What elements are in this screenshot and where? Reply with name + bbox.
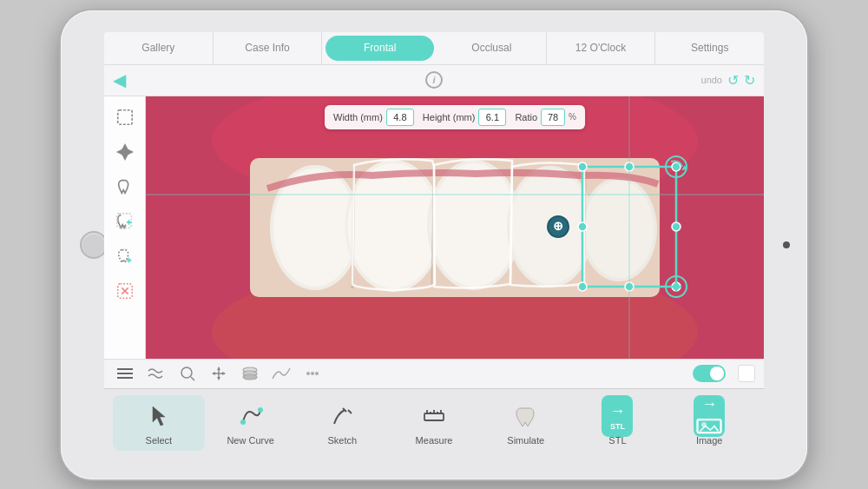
ratio-label: Ratio [515,112,537,122]
svg-point-21 [348,163,438,288]
image-label: Image [696,435,723,446]
sketch-label: Sketch [327,435,357,446]
simulate-icon [510,400,542,432]
content-area: ⊕ Width (mm) [104,96,764,359]
screen: Gallery Case Info Frontal Occlusal 12 O'… [104,32,764,458]
camera-dot [783,241,790,248]
svg-rect-69 [424,413,444,420]
svg-point-23 [431,163,517,287]
image-tool[interactable]: → Image [663,395,755,451]
layer-icon[interactable] [238,361,262,386]
add-tooth-button[interactable] [109,206,141,237]
add-selection-button[interactable] [109,241,141,272]
measurement-bar: Width (mm) Height (mm) Ratio % [325,105,585,129]
menu-icon[interactable] [113,361,137,386]
svg-marker-4 [127,149,132,155]
svg-point-53 [181,367,192,378]
svg-point-63 [243,374,257,380]
wind-icon[interactable] [144,361,168,386]
stl-tool[interactable]: → STL STL [572,395,664,451]
ipad-frame: Gallery Case Info Frontal Occlusal 12 O'… [61,10,807,479]
move-tool-button[interactable] [109,136,141,168]
tab-settings[interactable]: Settings [655,32,764,64]
width-input[interactable] [386,109,414,126]
select-tool[interactable]: Select [113,395,205,451]
height-field: Height (mm) [423,109,507,126]
svg-point-27 [584,181,654,278]
measure-icon [418,400,450,432]
tab-case-info[interactable]: Case Info [214,32,323,64]
dots-icon[interactable] [300,361,325,386]
svg-line-54 [191,377,194,380]
tab-bar: Gallery Case Info Frontal Occlusal 12 O'… [104,32,764,65]
ratio-input[interactable] [541,109,565,126]
selection-tool-button[interactable] [109,102,141,133]
svg-point-66 [315,372,319,375]
svg-point-64 [306,372,310,375]
height-input[interactable] [478,109,506,126]
svg-marker-60 [222,372,226,375]
pan-icon[interactable] [207,361,231,386]
back-button[interactable]: ◀ [113,69,126,90]
tab-gallery[interactable]: Gallery [104,32,214,64]
photo-background: ⊕ [146,96,764,359]
info-button[interactable]: i [425,71,443,89]
sketch-icon [326,400,358,432]
width-label: Width (mm) [333,112,383,122]
left-sidebar [104,96,146,359]
pct-sign: % [569,112,576,122]
svg-marker-3 [117,149,122,155]
undo-label: undo [701,75,722,85]
tab-occlusal[interactable]: Occlusal [437,32,547,64]
bottom-toolbar: Select New Curve [104,388,764,458]
simulate-label: Simulate [507,435,544,446]
zoom-icon[interactable] [175,361,200,386]
svg-point-5 [123,150,127,154]
sketch-tool[interactable]: Sketch [296,395,388,451]
select-label: Select [146,435,173,446]
photo-area[interactable]: ⊕ Width (mm) [146,96,764,359]
sub-toolbar [104,359,764,388]
stl-icon: → STL [602,400,633,432]
toggle-knob [710,367,724,380]
svg-point-65 [311,372,314,375]
color-swatch[interactable] [738,365,755,382]
tab-frontal[interactable]: Frontal [326,36,434,61]
ratio-field: Ratio % [515,109,576,126]
svg-marker-59 [212,372,215,375]
image-icon: → [694,400,725,432]
measure-label: Measure [416,435,453,446]
toolbar-row: ◀ i undo ↺ ↻ [104,65,764,96]
new-curve-icon [235,400,266,432]
toolbar-right: undo ↺ ↻ [701,72,755,89]
svg-rect-0 [117,109,132,124]
measure-tool[interactable]: Measure [388,395,480,451]
stl-label: STL [608,435,626,446]
curve-tool-icon[interactable] [269,361,293,386]
svg-marker-58 [217,377,220,380]
undo-button[interactable]: ↺ [727,72,739,89]
tab-12oclock[interactable]: 12 O'Clock [547,32,656,64]
new-curve-label: New Curve [227,435,273,446]
svg-marker-57 [217,367,220,370]
tooth-tool-button[interactable] [109,171,141,202]
toggle-switch[interactable] [693,365,726,382]
new-curve-tool[interactable]: New Curve [205,395,297,451]
redo-button[interactable]: ↻ [744,72,755,89]
width-field: Width (mm) [333,109,414,126]
teeth-photo-svg [146,96,764,359]
simulate-tool[interactable]: Simulate [480,395,572,451]
height-label: Height (mm) [423,112,476,122]
delete-button[interactable] [109,275,141,307]
svg-point-25 [510,169,590,284]
svg-point-68 [258,407,263,413]
svg-point-67 [240,420,246,425]
select-icon [143,400,174,432]
